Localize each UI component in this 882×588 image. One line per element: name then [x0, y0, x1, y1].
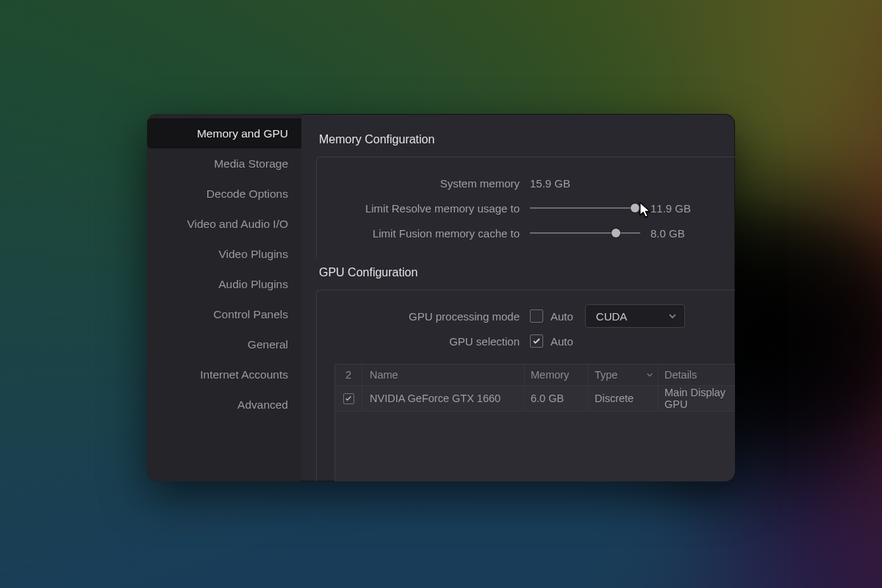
sidebar-item-video-plugins[interactable]: Video Plugins: [147, 239, 301, 269]
gpu-table-col-memory[interactable]: Memory: [525, 365, 589, 385]
chevron-down-icon: [646, 369, 653, 381]
gpu-table-row[interactable]: NVIDIA GeForce GTX 16606.0 GBDiscreteMai…: [335, 386, 735, 412]
gpu-mode-select[interactable]: CUDA: [585, 304, 685, 328]
preferences-sidebar: Memory and GPUMedia StorageDecode Option…: [147, 114, 301, 481]
sidebar-item-control-panels[interactable]: Control Panels: [147, 299, 301, 329]
resolve-memory-row: Limit Resolve memory usage to 11.9 GB: [317, 196, 735, 220]
preferences-dialog: Memory and GPUMedia StorageDecode Option…: [147, 114, 735, 481]
memory-panel: System memory 15.9 GB Limit Resolve memo…: [316, 157, 735, 259]
chevron-down-icon: [668, 310, 677, 323]
gpu-row-memory: 6.0 GB: [525, 386, 589, 411]
gpu-table-header: 2 Name Memory Type Details: [335, 365, 735, 386]
sidebar-item-media-storage[interactable]: Media Storage: [147, 148, 301, 179]
gpu-mode-label: GPU processing mode: [317, 310, 530, 323]
slider-track: [530, 207, 640, 209]
gpu-selection-row: GPU selection Auto: [317, 329, 735, 354]
gpu-table: 2 Name Memory Type Details NVIDIA GeForc…: [334, 364, 735, 481]
gpu-table-col-details[interactable]: Details: [659, 365, 735, 385]
gpu-table-empty: [335, 412, 735, 481]
fusion-memory-slider[interactable]: [530, 226, 640, 240]
slider-thumb[interactable]: [612, 229, 620, 237]
slider-track: [530, 232, 640, 234]
slider-thumb[interactable]: [631, 204, 639, 212]
sidebar-item-decode-options[interactable]: Decode Options: [147, 179, 301, 209]
system-memory-label: System memory: [317, 177, 530, 190]
gpu-mode-select-value: CUDA: [596, 310, 628, 323]
gpu-mode-auto-label: Auto: [551, 310, 573, 323]
gpu-selection-auto-checkbox[interactable]: [530, 334, 543, 348]
sidebar-item-audio-plugins[interactable]: Audio Plugins: [147, 269, 301, 299]
resolve-memory-slider[interactable]: [530, 201, 640, 215]
gpu-panel: GPU processing mode Auto CUDA GPU select…: [316, 290, 735, 481]
gpu-table-col-name[interactable]: Name: [362, 365, 525, 385]
gpu-table-col-count: 2: [335, 365, 362, 385]
fusion-memory-label: Limit Fusion memory cache to: [317, 227, 530, 240]
sidebar-item-memory-and-gpu[interactable]: Memory and GPU: [147, 118, 301, 148]
gpu-row-type: Discrete: [589, 386, 659, 411]
gpu-mode-row: GPU processing mode Auto CUDA: [317, 304, 735, 329]
resolve-memory-label: Limit Resolve memory usage to: [317, 202, 530, 215]
sidebar-item-video-and-audio-i-o[interactable]: Video and Audio I/O: [147, 209, 301, 239]
gpu-mode-auto-checkbox[interactable]: [530, 309, 543, 323]
fusion-memory-value: 8.0 GB: [640, 227, 702, 240]
system-memory-row: System memory 15.9 GB: [317, 171, 735, 196]
sidebar-item-internet-accounts[interactable]: Internet Accounts: [147, 359, 301, 390]
sidebar-item-advanced[interactable]: Advanced: [147, 390, 301, 420]
gpu-table-col-type[interactable]: Type: [589, 365, 659, 385]
system-memory-value: 15.9 GB: [530, 177, 570, 190]
fusion-memory-row: Limit Fusion memory cache to 8.0 GB: [317, 220, 735, 245]
preferences-content: Memory Configuration System memory 15.9 …: [301, 114, 735, 481]
gpu-row-checkbox[interactable]: [335, 386, 362, 411]
gpu-selection-label: GPU selection: [317, 335, 530, 348]
gpu-table-col-type-label: Type: [595, 369, 617, 381]
gpu-row-details: Main Display GPU: [659, 386, 735, 411]
sidebar-item-general[interactable]: General: [147, 329, 301, 359]
gpu-selection-auto-label: Auto: [551, 335, 573, 348]
resolve-memory-value: 11.9 GB: [640, 202, 702, 215]
memory-section-title: Memory Configuration: [301, 126, 735, 157]
gpu-row-name: NVIDIA GeForce GTX 1660: [362, 386, 525, 411]
gpu-section-title: GPU Configuration: [301, 259, 735, 290]
